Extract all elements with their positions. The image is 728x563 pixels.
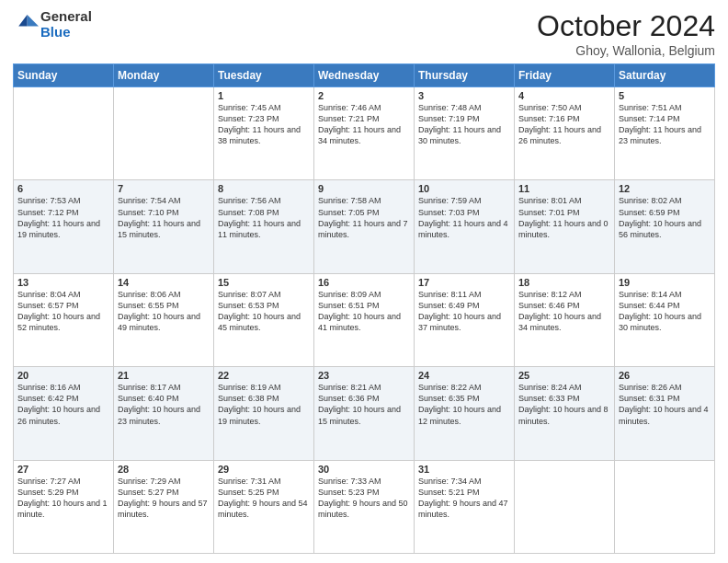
day-number: 13 <box>17 277 109 288</box>
daylight-text: Daylight: 11 hours and 7 minutes. <box>318 219 408 239</box>
day-number: 16 <box>318 277 410 288</box>
logo-general: General <box>40 9 92 25</box>
table-row: 16Sunrise: 8:09 AMSunset: 6:51 PMDayligh… <box>314 273 415 366</box>
day-info: Sunrise: 7:53 AMSunset: 7:12 PMDaylight:… <box>17 195 109 240</box>
table-row: 30Sunrise: 7:33 AMSunset: 5:23 PMDayligh… <box>314 460 415 553</box>
table-row: 18Sunrise: 8:12 AMSunset: 6:46 PMDayligh… <box>515 273 615 366</box>
sunset-text: Sunset: 7:21 PM <box>318 114 380 123</box>
day-info: Sunrise: 7:48 AMSunset: 7:19 PMDaylight:… <box>418 102 510 147</box>
table-row: 6Sunrise: 7:53 AMSunset: 7:12 PMDaylight… <box>14 180 114 273</box>
svg-marker-1 <box>18 15 27 26</box>
table-row: 17Sunrise: 8:11 AMSunset: 6:49 PMDayligh… <box>415 273 515 366</box>
table-row: 11Sunrise: 8:01 AMSunset: 7:01 PMDayligh… <box>515 180 615 273</box>
calendar-week-4: 27Sunrise: 7:27 AMSunset: 5:29 PMDayligh… <box>14 460 715 553</box>
day-info: Sunrise: 8:17 AMSunset: 6:40 PMDaylight:… <box>118 382 210 427</box>
sunrise-text: Sunrise: 7:58 AM <box>318 196 381 205</box>
day-number: 3 <box>418 90 510 101</box>
sunrise-text: Sunrise: 8:04 AM <box>17 290 81 299</box>
col-tuesday: Tuesday <box>214 64 314 87</box>
calendar-week-3: 20Sunrise: 8:16 AMSunset: 6:42 PMDayligh… <box>14 367 715 460</box>
sunset-text: Sunset: 6:51 PM <box>318 301 380 310</box>
day-info: Sunrise: 7:29 AMSunset: 5:27 PMDaylight:… <box>118 476 210 521</box>
day-number: 28 <box>118 464 210 475</box>
sunrise-text: Sunrise: 8:06 AM <box>118 290 181 299</box>
daylight-text: Daylight: 9 hours and 54 minutes. <box>218 499 308 519</box>
sunset-text: Sunset: 6:42 PM <box>17 394 79 403</box>
header: General Blue October 2024 Ghoy, Wallonia… <box>13 9 715 58</box>
calendar-header-row: Sunday Monday Tuesday Wednesday Thursday… <box>14 64 715 87</box>
table-row: 7Sunrise: 7:54 AMSunset: 7:10 PMDaylight… <box>114 180 214 273</box>
day-info: Sunrise: 8:04 AMSunset: 6:57 PMDaylight:… <box>17 289 109 334</box>
col-friday: Friday <box>515 64 615 87</box>
location-title: Ghoy, Wallonia, Belgium <box>537 43 715 58</box>
day-info: Sunrise: 8:02 AMSunset: 6:59 PMDaylight:… <box>619 195 711 240</box>
daylight-text: Daylight: 10 hours and 34 minutes. <box>518 312 601 332</box>
day-info: Sunrise: 8:12 AMSunset: 6:46 PMDaylight:… <box>518 289 610 334</box>
day-info: Sunrise: 7:31 AMSunset: 5:25 PMDaylight:… <box>218 476 310 521</box>
day-number: 9 <box>318 183 410 194</box>
sunrise-text: Sunrise: 8:22 AM <box>418 383 482 392</box>
day-info: Sunrise: 8:19 AMSunset: 6:38 PMDaylight:… <box>218 382 310 427</box>
sunset-text: Sunset: 5:29 PM <box>17 488 79 497</box>
daylight-text: Daylight: 10 hours and 15 minutes. <box>318 405 401 425</box>
table-row <box>114 87 214 180</box>
daylight-text: Daylight: 10 hours and 12 minutes. <box>418 405 501 425</box>
daylight-text: Daylight: 10 hours and 23 minutes. <box>118 405 200 425</box>
sunrise-text: Sunrise: 7:45 AM <box>218 103 281 112</box>
sunrise-text: Sunrise: 8:16 AM <box>17 383 81 392</box>
sunset-text: Sunset: 7:03 PM <box>418 208 480 217</box>
sunset-text: Sunset: 6:35 PM <box>418 394 480 403</box>
daylight-text: Daylight: 10 hours and 26 minutes. <box>17 405 100 425</box>
sunrise-text: Sunrise: 8:24 AM <box>518 383 582 392</box>
table-row: 9Sunrise: 7:58 AMSunset: 7:05 PMDaylight… <box>314 180 415 273</box>
day-number: 12 <box>619 183 711 194</box>
sunset-text: Sunset: 6:49 PM <box>418 301 480 310</box>
day-number: 27 <box>17 464 109 475</box>
day-number: 4 <box>518 90 610 101</box>
table-row: 26Sunrise: 8:26 AMSunset: 6:31 PMDayligh… <box>615 367 715 460</box>
day-number: 30 <box>318 464 410 475</box>
table-row: 13Sunrise: 8:04 AMSunset: 6:57 PMDayligh… <box>14 273 114 366</box>
table-row <box>14 87 114 180</box>
day-number: 10 <box>418 183 510 194</box>
table-row: 10Sunrise: 7:59 AMSunset: 7:03 PMDayligh… <box>415 180 515 273</box>
sunset-text: Sunset: 6:33 PM <box>518 394 580 403</box>
sunrise-text: Sunrise: 8:19 AM <box>218 383 281 392</box>
table-row: 27Sunrise: 7:27 AMSunset: 5:29 PMDayligh… <box>14 460 114 553</box>
sunset-text: Sunset: 6:46 PM <box>518 301 580 310</box>
daylight-text: Daylight: 10 hours and 8 minutes. <box>518 405 609 425</box>
day-number: 14 <box>118 277 210 288</box>
title-block: October 2024 Ghoy, Wallonia, Belgium <box>537 9 715 58</box>
sunset-text: Sunset: 5:25 PM <box>218 488 279 497</box>
table-row: 3Sunrise: 7:48 AMSunset: 7:19 PMDaylight… <box>415 87 515 180</box>
table-row: 25Sunrise: 8:24 AMSunset: 6:33 PMDayligh… <box>515 367 615 460</box>
sunset-text: Sunset: 5:23 PM <box>318 488 380 497</box>
day-number: 11 <box>518 183 610 194</box>
sunset-text: Sunset: 5:27 PM <box>118 488 179 497</box>
day-number: 26 <box>619 370 711 381</box>
daylight-text: Daylight: 10 hours and 56 minutes. <box>619 219 701 239</box>
sunset-text: Sunset: 7:23 PM <box>218 114 279 123</box>
daylight-text: Daylight: 11 hours and 26 minutes. <box>518 125 601 145</box>
table-row: 2Sunrise: 7:46 AMSunset: 7:21 PMDaylight… <box>314 87 415 180</box>
sunrise-text: Sunrise: 8:09 AM <box>318 290 381 299</box>
calendar-week-1: 6Sunrise: 7:53 AMSunset: 7:12 PMDaylight… <box>14 180 715 273</box>
daylight-text: Daylight: 10 hours and 19 minutes. <box>218 405 301 425</box>
logo-text: General Blue <box>40 9 92 40</box>
daylight-text: Daylight: 11 hours and 30 minutes. <box>418 125 501 145</box>
daylight-text: Daylight: 9 hours and 57 minutes. <box>118 499 208 519</box>
day-info: Sunrise: 7:54 AMSunset: 7:10 PMDaylight:… <box>118 195 210 240</box>
sunrise-text: Sunrise: 8:26 AM <box>619 383 682 392</box>
sunset-text: Sunset: 6:40 PM <box>118 394 179 403</box>
day-info: Sunrise: 7:51 AMSunset: 7:14 PMDaylight:… <box>619 102 711 147</box>
day-number: 7 <box>118 183 210 194</box>
day-number: 31 <box>418 464 510 475</box>
sunset-text: Sunset: 6:53 PM <box>218 301 279 310</box>
sunset-text: Sunset: 7:10 PM <box>118 208 179 217</box>
sunset-text: Sunset: 6:36 PM <box>318 394 380 403</box>
day-info: Sunrise: 7:50 AMSunset: 7:16 PMDaylight:… <box>518 102 610 147</box>
daylight-text: Daylight: 11 hours and 4 minutes. <box>418 219 508 239</box>
day-number: 20 <box>17 370 109 381</box>
month-title: October 2024 <box>537 9 715 43</box>
page: General Blue October 2024 Ghoy, Wallonia… <box>0 0 728 563</box>
